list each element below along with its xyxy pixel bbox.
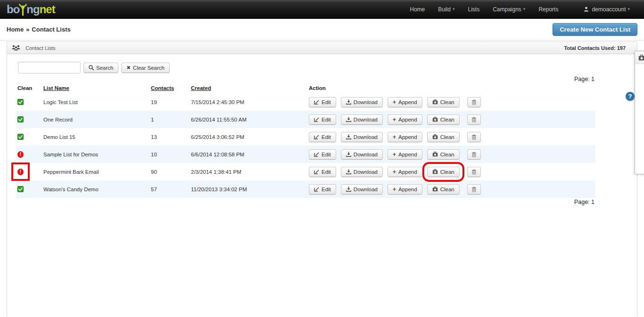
logo-text-ng: ng — [26, 4, 39, 15]
help-icon[interactable]: ? — [626, 92, 635, 101]
download-button[interactable]: Download — [341, 167, 383, 177]
clean-slideout-panel[interactable] — [635, 51, 644, 174]
trash-icon — [471, 187, 477, 192]
breadcrumb-home[interactable]: Home — [7, 26, 24, 33]
created-date: 2/3/2014 1:38:41 PM — [191, 169, 241, 175]
clean-button-label: Clean — [440, 169, 454, 175]
download-icon — [346, 99, 351, 105]
panel-header: Contact Lists Total Contacts Used: 197 — [7, 42, 637, 54]
chevron-down-icon: ▾ — [453, 7, 455, 11]
edit-button[interactable]: Edit — [309, 167, 336, 177]
user-menu[interactable]: demoaccount ▾ — [584, 6, 630, 13]
medkit-icon — [432, 117, 438, 122]
page: bo ng net HomeBuild▾ListsCampaigns▾Repor… — [0, 0, 644, 317]
clean-button-label: Clean — [440, 99, 454, 105]
edit-button[interactable]: Edit — [309, 184, 336, 195]
nav-item-lists[interactable]: Lists — [468, 6, 479, 13]
nav-item-campaigns[interactable]: Campaigns▾ — [493, 6, 525, 13]
contacts-count: 90 — [151, 169, 157, 175]
clean-button[interactable]: Clean — [427, 97, 460, 107]
table-header-row: Clean List Name Contacts Created Action — [16, 83, 595, 93]
user-icon — [584, 7, 589, 12]
search-row: Search ✖ Clear Search — [18, 62, 637, 73]
edit-button-label: Edit — [322, 169, 331, 175]
edit-button[interactable]: Edit — [309, 149, 336, 160]
chevron-down-icon: ▾ — [523, 7, 526, 11]
plus-icon: + — [393, 117, 396, 122]
download-button-label: Download — [354, 169, 378, 175]
contacts-count: 57 — [151, 187, 157, 192]
list-name: Sample List for Demos — [43, 152, 98, 157]
edit-button[interactable]: Edit — [309, 132, 336, 142]
download-button[interactable]: Download — [341, 97, 383, 107]
download-button-label: Download — [354, 134, 378, 140]
table-row: ! One Record 1 6/26/2014 11:55:50 AM Edi… — [16, 111, 595, 128]
edit-icon — [314, 117, 319, 122]
append-button[interactable]: + Append — [388, 167, 422, 177]
table-row: ! Logic Test List 19 7/15/2014 2:45:30 P… — [16, 93, 595, 111]
breadcrumb-separator: » — [26, 26, 29, 33]
header-created[interactable]: Created — [191, 85, 211, 91]
edit-button[interactable]: Edit — [309, 114, 336, 125]
header-list-name[interactable]: List Name — [43, 85, 69, 91]
nav-item-label: Build — [438, 6, 451, 13]
download-button[interactable]: Download — [341, 114, 383, 125]
total-contacts-used: Total Contacts Used: 197 — [564, 45, 626, 51]
download-button-label: Download — [354, 117, 378, 122]
clean-button[interactable]: Clean — [427, 167, 460, 177]
append-button[interactable]: + Append — [388, 114, 422, 125]
create-new-contact-list-button[interactable]: Create New Contact List — [553, 23, 637, 36]
clean-button[interactable]: Clean — [427, 149, 460, 160]
created-date: 7/15/2014 2:45:30 PM — [191, 99, 244, 105]
trash-icon — [471, 152, 477, 157]
delete-button[interactable] — [467, 114, 481, 125]
nav-item-build[interactable]: Build▾ — [438, 6, 454, 13]
append-button[interactable]: + Append — [388, 149, 422, 160]
created-date: 6/25/2014 3:06:52 PM — [191, 134, 244, 140]
search-button[interactable]: Search — [83, 63, 118, 73]
created-date: 11/20/2013 3:34:02 PM — [191, 187, 247, 192]
nav-item-reports[interactable]: Reports — [538, 6, 558, 13]
table-row: ! Peppermint Bark Email 90 2/3/2014 1:38… — [16, 163, 595, 180]
append-button-label: Append — [398, 117, 417, 122]
delete-button[interactable] — [467, 132, 481, 142]
download-icon — [346, 187, 351, 192]
medkit-icon — [432, 169, 438, 174]
clean-button[interactable]: Clean — [427, 184, 460, 195]
clean-button[interactable]: Clean — [427, 114, 460, 125]
search-button-label: Search — [96, 65, 113, 71]
delete-button[interactable] — [467, 167, 481, 177]
plus-icon: + — [393, 187, 396, 192]
append-button[interactable]: + Append — [388, 132, 422, 142]
delete-button[interactable] — [467, 97, 481, 107]
clean-ok-icon — [17, 116, 24, 122]
download-button[interactable]: Download — [341, 184, 383, 195]
download-button[interactable]: Download — [341, 149, 383, 160]
download-button[interactable]: Download — [341, 132, 383, 142]
append-button[interactable]: + Append — [388, 184, 422, 195]
clean-button-label: Clean — [440, 187, 454, 192]
brand-logo[interactable]: bo ng net — [7, 4, 55, 15]
edit-icon — [314, 169, 319, 174]
logo-text-bo: bo — [7, 4, 19, 15]
nav-item-home[interactable]: Home — [410, 6, 425, 13]
download-button-label: Download — [354, 99, 378, 105]
search-input[interactable] — [18, 62, 81, 73]
header-contacts[interactable]: Contacts — [151, 85, 174, 91]
clean-button[interactable]: Clean — [427, 132, 460, 142]
clean-status-icon: ! — [17, 151, 24, 157]
plus-icon: + — [393, 169, 396, 175]
trash-icon — [471, 134, 477, 140]
append-button[interactable]: + Append — [388, 97, 422, 107]
edit-button[interactable]: Edit — [309, 97, 336, 107]
table-row: ! Sample List for Demos 10 6/6/2014 12:0… — [16, 146, 595, 163]
download-icon — [346, 152, 351, 157]
delete-button[interactable] — [467, 149, 481, 160]
append-button-label: Append — [398, 152, 417, 157]
delete-button[interactable] — [467, 184, 481, 195]
edit-button-label: Edit — [322, 134, 331, 140]
page-indicator-bottom: Page: 1 — [7, 199, 637, 205]
edit-icon — [314, 99, 319, 105]
table-row: ! Demo List 15 13 6/25/2014 3:06:52 PM E… — [16, 128, 595, 146]
clear-search-button[interactable]: ✖ Clear Search — [121, 63, 170, 73]
